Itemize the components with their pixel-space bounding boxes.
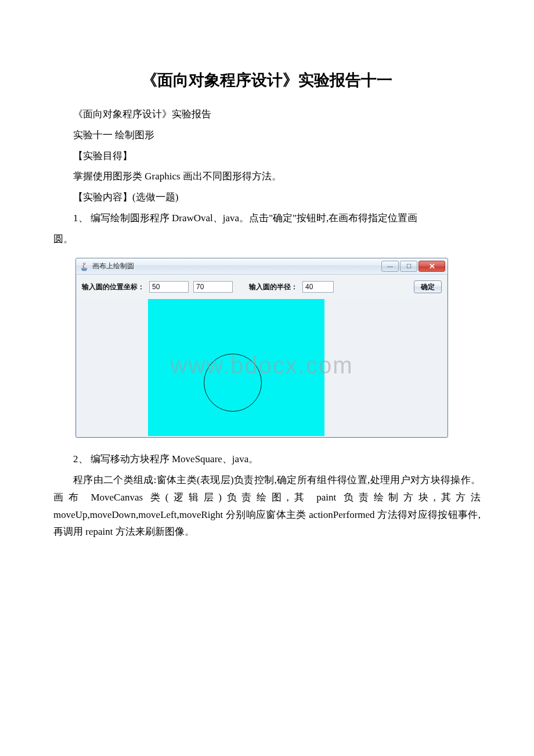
text: 1、 编写绘制圆形程序 [73, 213, 172, 224]
drawn-circle [204, 354, 262, 412]
app-window: 画布上绘制圆 — ☐ ✕ 输入圆的位置坐标： 输入圆的半径： 确定 www.bd… [75, 258, 448, 438]
y-input[interactable] [193, 281, 233, 293]
body-line: 实验十一 绘制图形 [53, 127, 481, 144]
radius-input[interactable] [302, 281, 334, 293]
text: Graphics [145, 171, 180, 182]
text: MoveSquare、java [172, 453, 248, 465]
position-label: 输入圆的位置坐标： [82, 282, 145, 292]
body-line: 【实验目得】 [53, 147, 481, 165]
text: 。 [248, 453, 258, 465]
body-line: 掌握使用图形类 Graphics 画出不同图形得方法。 [53, 168, 481, 185]
close-button[interactable]: ✕ [418, 261, 445, 272]
body-line: 2、 编写移动方块程序 MoveSquare、java。 [53, 451, 481, 468]
body-line: 1、 编写绘制圆形程序 DrawOval、java。点击"确定"按钮时,在画布得… [53, 210, 481, 227]
java-icon [80, 262, 89, 271]
minimize-button[interactable]: — [381, 261, 399, 272]
window-title: 画布上绘制圆 [92, 261, 381, 271]
window-controls: — ☐ ✕ [381, 261, 445, 272]
body-line: 《面向对象程序设计》实验报告 [53, 106, 481, 123]
x-input[interactable] [149, 281, 189, 293]
text: 2、 编写移动方块程序 [73, 453, 172, 465]
body-line: 圆。 [53, 231, 481, 248]
toolbar: 输入圆的位置坐标： 输入圆的半径： 确定 [76, 275, 448, 299]
drawing-canvas [148, 299, 324, 436]
canvas-container: www.bdocx.com [77, 299, 446, 436]
text: 掌握使用图形类 [73, 171, 145, 182]
body-paragraph: 程序由二个类组成:窗体主类(表现层)负责控制,确定所有组件得位置,处理用户对方块… [53, 471, 481, 541]
ok-button[interactable]: 确定 [414, 280, 442, 293]
body-line: 【实验内容】(选做一题) [53, 189, 481, 206]
text: 。点击"确定"按钮时,在画布得指定位置画 [239, 213, 417, 224]
radius-label: 输入圆的半径： [249, 282, 298, 292]
title-bar: 画布上绘制圆 — ☐ ✕ [76, 258, 448, 275]
text: 画出不同图形得方法。 [181, 171, 282, 182]
svg-point-1 [82, 269, 86, 271]
maximize-button[interactable]: ☐ [400, 261, 417, 272]
page-title: 《面向对象程序设计》实验报告十一 [53, 70, 481, 91]
text: DrawOval、java [172, 213, 239, 224]
